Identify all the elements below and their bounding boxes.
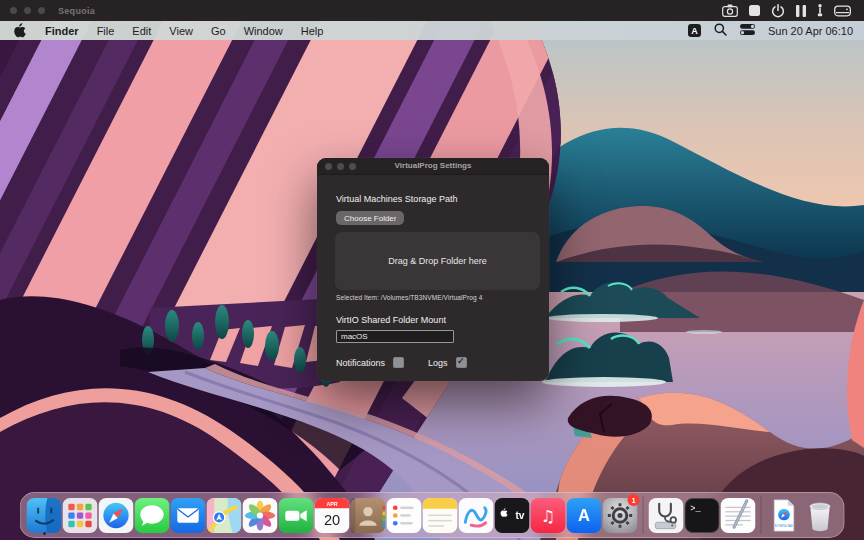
menu-help[interactable]: Help (292, 25, 333, 37)
input-source-icon[interactable]: A (688, 24, 701, 37)
logs-checkbox[interactable] (456, 357, 467, 368)
drive-icon[interactable] (834, 5, 851, 17)
screenshot-camera-icon[interactable] (722, 4, 738, 17)
dock-icon-finder[interactable] (27, 495, 62, 535)
zoom-button[interactable] (349, 163, 356, 170)
vm-zoom-button[interactable] (38, 7, 45, 14)
storage-path-label: Virtual Machines Storage Path (336, 194, 530, 204)
dock-icon-notes[interactable] (423, 495, 458, 535)
dock-icon-launchpad[interactable] (63, 495, 98, 535)
power-icon[interactable] (771, 4, 785, 18)
dock-icon-messages[interactable] (135, 495, 170, 535)
settings-window-titlebar[interactable]: VirtualProg Settings (317, 158, 549, 175)
menu-bar-clock[interactable]: Sun 20 Apr 06:10 (768, 25, 853, 37)
dock-icon-app-store[interactable]: A (567, 495, 602, 535)
desktop: Sequoia Finder File Edit View Go Window … (0, 0, 864, 540)
virtio-mount-label: VirtIO Shared Folder Mount (336, 315, 530, 325)
dock-icon-freeform[interactable] (459, 495, 494, 535)
menu-window[interactable]: Window (235, 25, 292, 37)
dock-separator (761, 496, 762, 534)
menu-view[interactable]: View (160, 25, 202, 37)
dock-item-download-file[interactable]: DOWNLOAD (767, 495, 802, 535)
notification-badge: 1 (628, 494, 640, 506)
notifications-checkbox[interactable] (393, 357, 404, 368)
vm-window-title: Sequoia (58, 6, 95, 16)
minimize-button[interactable] (337, 163, 344, 170)
dock-icon-maps[interactable] (207, 495, 242, 535)
notifications-label: Notifications (336, 358, 385, 368)
vm-minimize-button[interactable] (24, 7, 31, 14)
folder-dropzone[interactable]: Drag & Drop Folder here (335, 232, 540, 290)
terminal-prompt: >_ (690, 503, 701, 513)
tv-label: tv (515, 509, 524, 520)
dock-icon-safari[interactable] (99, 495, 134, 535)
vm-window-titlebar: Sequoia (0, 0, 864, 21)
dock-icon-trash[interactable] (803, 495, 838, 535)
dock-icon-contacts[interactable] (351, 495, 386, 535)
calendar-day: 20 (324, 512, 340, 528)
download-file-label: DOWNLOAD (775, 523, 794, 527)
dock-icon-disk-utility[interactable] (649, 495, 684, 535)
apple-menu[interactable] (0, 23, 36, 38)
pause-icon[interactable] (796, 5, 806, 17)
choose-folder-button[interactable]: Choose Folder (336, 211, 404, 225)
menu-bar: Finder File Edit View Go Window Help A S… (0, 21, 864, 40)
virtualprog-settings-window: VirtualProg Settings Virtual Machines St… (317, 158, 549, 381)
dock-icon-photos[interactable] (243, 495, 278, 535)
dock-icon-reminders[interactable] (387, 495, 422, 535)
svg-text:A: A (578, 506, 590, 525)
spotlight-search-icon[interactable] (714, 23, 727, 38)
svg-text:♫: ♫ (541, 506, 556, 525)
dock: APR20 tv ♫ A 1 (20, 492, 845, 538)
vm-close-button[interactable] (10, 7, 17, 14)
dock-icon-system-settings[interactable]: 1 (603, 495, 638, 535)
dropzone-text: Drag & Drop Folder here (388, 256, 487, 266)
dock-icon-calendar[interactable]: APR20 (315, 495, 350, 535)
mount-name-input[interactable] (336, 330, 454, 343)
dock-icon-tv[interactable]: tv (495, 495, 530, 535)
menu-go[interactable]: Go (202, 25, 235, 37)
menu-app-name[interactable]: Finder (36, 25, 88, 37)
dock-icon-terminal[interactable]: >_ (685, 495, 720, 535)
calendar-month: APR (326, 500, 337, 506)
dock-icon-facetime[interactable] (279, 495, 314, 535)
usb-icon[interactable] (817, 4, 823, 17)
control-center-icon[interactable] (740, 24, 755, 37)
stop-icon[interactable] (749, 5, 760, 16)
menu-edit[interactable]: Edit (123, 25, 160, 37)
dock-icon-music[interactable]: ♫ (531, 495, 566, 535)
selected-item-text: Selected Item: /Volumes/TB3NVME/VirtualP… (336, 294, 530, 301)
dock-icon-mail[interactable] (171, 495, 206, 535)
close-button[interactable] (325, 163, 332, 170)
finder-running-indicator (43, 532, 46, 535)
dock-icon-textedit[interactable] (721, 495, 756, 535)
menu-file[interactable]: File (88, 25, 124, 37)
dock-separator (643, 496, 644, 534)
vm-window-controls (10, 7, 45, 14)
logs-label: Logs (428, 358, 448, 368)
